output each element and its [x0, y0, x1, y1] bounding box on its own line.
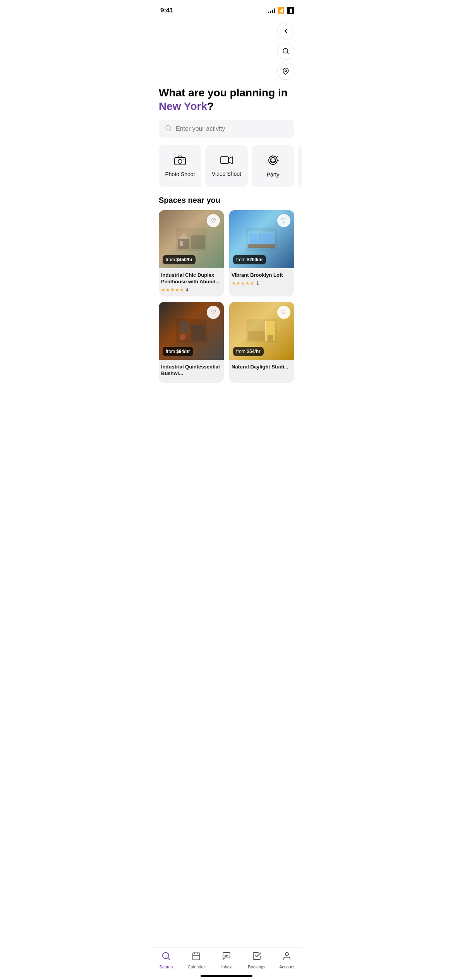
svg-rect-32 [191, 325, 205, 341]
svg-point-6 [178, 159, 182, 163]
title-section: What are you planning in New York? [151, 80, 302, 113]
svg-rect-22 [180, 241, 183, 246]
category-party-label: Party [267, 171, 280, 178]
price-badge-3: from $94/hr [163, 347, 193, 356]
stars-1: ★★★★★ [161, 287, 184, 293]
svg-rect-36 [248, 331, 266, 341]
space-card-1-image: ♡ from $450/hr [159, 210, 224, 268]
svg-rect-20 [191, 235, 205, 249]
header [151, 19, 302, 80]
favorite-button-3[interactable]: ♡ [207, 306, 220, 319]
space-info-2: Vibrant Brooklyn Loft ★★★★★ 1 [229, 268, 294, 290]
svg-rect-28 [248, 244, 275, 248]
svg-rect-19 [178, 239, 189, 249]
favorite-button-4[interactable]: ♡ [277, 306, 290, 319]
location-icon-button[interactable] [277, 63, 294, 80]
header-actions [277, 22, 294, 80]
price-badge-1: from $450/hr [163, 255, 196, 264]
stars-2: ★★★★★ [232, 281, 255, 286]
svg-rect-31 [180, 321, 189, 333]
svg-rect-26 [258, 233, 266, 244]
review-count-1: 4 [186, 287, 189, 293]
category-party[interactable]: Party [252, 145, 294, 187]
status-icons: 📶 ▮ [268, 7, 294, 14]
space-name-2: Vibrant Brooklyn Loft [232, 272, 292, 279]
search-bar[interactable] [159, 120, 294, 138]
spaces-section-title: Spaces near you [151, 187, 302, 210]
space-card-4-image: ♡ from $54/hr [229, 302, 294, 360]
space-rating-2: ★★★★★ 1 [232, 281, 292, 286]
space-card-3-image: ♡ from $94/hr [159, 302, 224, 360]
space-card-1[interactable]: ♡ from $450/hr Industrial Chic Duplex Pe… [159, 210, 224, 296]
category-photo-shoot[interactable]: Photo Shoot [159, 145, 201, 187]
title-line2: New York? [159, 99, 294, 113]
space-card-4[interactable]: ♡ from $54/hr Natural Daylight Studi... [229, 302, 294, 383]
svg-point-7 [184, 159, 185, 160]
party-icon [267, 154, 279, 168]
space-info-3: Industrial Quintessential Bushwi... [159, 360, 224, 383]
status-bar: 9:41 📶 ▮ [151, 0, 302, 19]
svg-point-33 [180, 334, 186, 340]
svg-line-4 [170, 129, 171, 130]
space-name-1: Industrial Chic Duplex Penthouse with Ab… [161, 272, 221, 285]
svg-rect-25 [249, 233, 257, 244]
space-info-1: Industrial Chic Duplex Penthouse with Ab… [159, 268, 224, 296]
svg-line-12 [277, 157, 278, 158]
svg-marker-9 [228, 157, 232, 164]
title-line1: What are you planning in [159, 86, 294, 99]
favorite-button-1[interactable]: ♡ [207, 214, 220, 227]
price-badge-4: from $54/hr [233, 347, 264, 356]
svg-rect-37 [268, 335, 273, 341]
search-bar-icon [165, 125, 172, 133]
video-shoot-icon [220, 155, 233, 167]
photo-shoot-icon [174, 155, 186, 167]
space-name-4: Natural Daylight Studi... [232, 364, 292, 370]
category-photo-shoot-label: Photo Shoot [165, 171, 195, 177]
signal-icon [268, 8, 275, 13]
svg-rect-27 [266, 233, 274, 244]
back-button[interactable] [277, 22, 294, 39]
category-video-shoot-label: Video Shoot [212, 171, 241, 177]
svg-point-2 [285, 70, 287, 72]
svg-rect-8 [221, 157, 228, 164]
space-card-2-image: ♡ from $200/hr [229, 210, 294, 268]
title-city: New York [159, 100, 207, 112]
wifi-icon: 📶 [277, 7, 285, 14]
svg-point-15 [271, 159, 272, 159]
space-rating-1: ★★★★★ 4 [161, 287, 221, 293]
search-icon-button[interactable] [277, 43, 294, 60]
category-production[interactable]: Production [298, 145, 302, 187]
space-card-3[interactable]: ♡ from $94/hr Industrial Quintessential … [159, 302, 224, 383]
space-info-4: Natural Daylight Studi... [229, 360, 294, 376]
spaces-grid: ♡ from $450/hr Industrial Chic Duplex Pe… [151, 210, 302, 383]
category-video-shoot[interactable]: Video Shoot [205, 145, 248, 187]
battery-icon: ▮ [287, 7, 294, 14]
categories-row: Photo Shoot Video Shoot [151, 145, 302, 187]
space-card-2[interactable]: ♡ from $200/hr Vibrant Brooklyn Loft ★★★… [229, 210, 294, 296]
status-time: 9:41 [160, 7, 173, 14]
search-input[interactable] [176, 125, 288, 132]
review-count-2: 1 [256, 281, 259, 286]
svg-point-16 [274, 159, 275, 159]
svg-line-1 [287, 52, 288, 53]
title-question: ? [207, 100, 214, 112]
space-name-3: Industrial Quintessential Bushwi... [161, 364, 221, 377]
price-badge-2: from $200/hr [233, 255, 266, 264]
favorite-button-2[interactable]: ♡ [277, 214, 290, 227]
